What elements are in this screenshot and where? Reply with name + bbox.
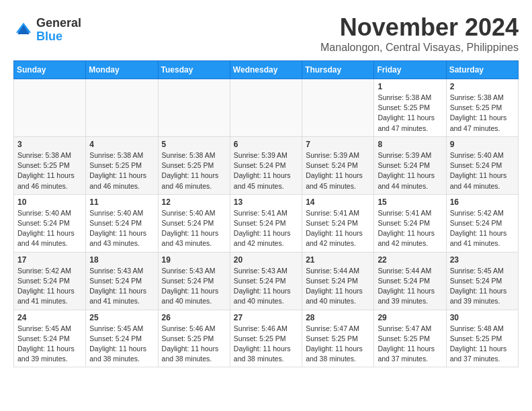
day-number: 14 (306, 197, 370, 207)
day-info: Sunrise: 5:38 AM Sunset: 5:25 PM Dayligh… (17, 150, 82, 191)
calendar-cell: 23Sunrise: 5:45 AM Sunset: 5:24 PM Dayli… (446, 252, 518, 310)
header: General Blue November 2024 Manalongon, C… (13, 13, 519, 54)
day-number: 15 (378, 197, 442, 207)
day-number: 9 (450, 140, 515, 149)
day-info: Sunrise: 5:42 AM Sunset: 5:24 PM Dayligh… (450, 208, 515, 249)
day-number: 22 (378, 255, 442, 265)
day-number: 17 (17, 255, 82, 265)
calendar-cell: 2Sunrise: 5:38 AM Sunset: 5:25 PM Daylig… (446, 79, 518, 137)
day-info: Sunrise: 5:39 AM Sunset: 5:24 PM Dayligh… (378, 150, 442, 191)
week-row-2: 3Sunrise: 5:38 AM Sunset: 5:25 PM Daylig… (14, 136, 519, 194)
calendar-cell: 18Sunrise: 5:43 AM Sunset: 5:24 PM Dayli… (86, 252, 158, 310)
day-info: Sunrise: 5:39 AM Sunset: 5:24 PM Dayligh… (234, 150, 298, 191)
calendar-cell (158, 79, 230, 137)
calendar-cell: 7Sunrise: 5:39 AM Sunset: 5:24 PM Daylig… (302, 136, 374, 194)
weekday-header-wednesday: Wednesday (230, 61, 302, 79)
calendar-cell (230, 79, 302, 137)
day-info: Sunrise: 5:43 AM Sunset: 5:24 PM Dayligh… (89, 266, 154, 307)
day-number: 6 (234, 140, 298, 149)
weekday-header-row: SundayMondayTuesdayWednesdayThursdayFrid… (14, 61, 519, 79)
day-number: 10 (17, 197, 82, 207)
day-number: 12 (162, 197, 226, 207)
calendar-cell: 11Sunrise: 5:40 AM Sunset: 5:24 PM Dayli… (86, 194, 158, 252)
day-number: 21 (306, 255, 370, 265)
day-info: Sunrise: 5:45 AM Sunset: 5:24 PM Dayligh… (17, 324, 82, 365)
week-row-5: 24Sunrise: 5:45 AM Sunset: 5:24 PM Dayli… (14, 310, 519, 367)
calendar-cell: 13Sunrise: 5:41 AM Sunset: 5:24 PM Dayli… (230, 194, 302, 252)
day-info: Sunrise: 5:48 AM Sunset: 5:25 PM Dayligh… (450, 324, 515, 365)
calendar-cell: 8Sunrise: 5:39 AM Sunset: 5:24 PM Daylig… (374, 136, 446, 194)
day-info: Sunrise: 5:38 AM Sunset: 5:25 PM Dayligh… (450, 93, 515, 134)
day-info: Sunrise: 5:40 AM Sunset: 5:24 PM Dayligh… (17, 208, 82, 249)
calendar-cell (302, 79, 374, 137)
calendar-cell: 17Sunrise: 5:42 AM Sunset: 5:24 PM Dayli… (14, 252, 86, 310)
weekday-header-thursday: Thursday (302, 61, 374, 79)
day-info: Sunrise: 5:38 AM Sunset: 5:25 PM Dayligh… (89, 150, 154, 191)
day-number: 3 (17, 140, 82, 149)
day-info: Sunrise: 5:42 AM Sunset: 5:24 PM Dayligh… (17, 266, 82, 307)
day-number: 1 (378, 82, 442, 91)
calendar-cell: 1Sunrise: 5:38 AM Sunset: 5:25 PM Daylig… (374, 79, 446, 137)
calendar-cell: 24Sunrise: 5:45 AM Sunset: 5:24 PM Dayli… (14, 310, 86, 367)
day-number: 26 (162, 313, 226, 322)
calendar-table: SundayMondayTuesdayWednesdayThursdayFrid… (13, 60, 519, 367)
calendar-cell: 10Sunrise: 5:40 AM Sunset: 5:24 PM Dayli… (14, 194, 86, 252)
day-info: Sunrise: 5:40 AM Sunset: 5:24 PM Dayligh… (450, 150, 515, 191)
day-info: Sunrise: 5:41 AM Sunset: 5:24 PM Dayligh… (378, 208, 442, 249)
logo-icon (13, 20, 34, 40)
logo-text: General Blue (36, 17, 81, 44)
day-info: Sunrise: 5:43 AM Sunset: 5:24 PM Dayligh… (234, 266, 298, 307)
day-info: Sunrise: 5:45 AM Sunset: 5:24 PM Dayligh… (450, 266, 515, 307)
day-info: Sunrise: 5:47 AM Sunset: 5:25 PM Dayligh… (306, 324, 370, 365)
day-number: 7 (306, 140, 370, 149)
day-info: Sunrise: 5:45 AM Sunset: 5:24 PM Dayligh… (89, 324, 154, 365)
calendar-cell: 15Sunrise: 5:41 AM Sunset: 5:24 PM Dayli… (374, 194, 446, 252)
month-title: November 2024 (320, 13, 519, 42)
day-info: Sunrise: 5:41 AM Sunset: 5:24 PM Dayligh… (306, 208, 370, 249)
logo-general-text: General (36, 17, 81, 30)
day-number: 29 (378, 313, 442, 322)
day-info: Sunrise: 5:38 AM Sunset: 5:25 PM Dayligh… (378, 93, 442, 134)
day-info: Sunrise: 5:41 AM Sunset: 5:24 PM Dayligh… (234, 208, 298, 249)
calendar-cell: 9Sunrise: 5:40 AM Sunset: 5:24 PM Daylig… (446, 136, 518, 194)
day-number: 28 (306, 313, 370, 322)
calendar-cell: 20Sunrise: 5:43 AM Sunset: 5:24 PM Dayli… (230, 252, 302, 310)
weekday-header-monday: Monday (86, 61, 158, 79)
day-info: Sunrise: 5:40 AM Sunset: 5:24 PM Dayligh… (162, 208, 226, 249)
calendar-cell: 27Sunrise: 5:46 AM Sunset: 5:25 PM Dayli… (230, 310, 302, 367)
calendar-cell (14, 79, 86, 137)
day-number: 8 (378, 140, 442, 149)
day-number: 13 (234, 197, 298, 207)
weekday-header-sunday: Sunday (14, 61, 86, 79)
day-number: 11 (89, 197, 154, 207)
calendar-cell: 29Sunrise: 5:47 AM Sunset: 5:25 PM Dayli… (374, 310, 446, 367)
calendar-cell (86, 79, 158, 137)
weekday-header-friday: Friday (374, 61, 446, 79)
calendar-cell: 12Sunrise: 5:40 AM Sunset: 5:24 PM Dayli… (158, 194, 230, 252)
day-number: 24 (17, 313, 82, 322)
day-number: 30 (450, 313, 515, 322)
day-info: Sunrise: 5:44 AM Sunset: 5:24 PM Dayligh… (378, 266, 442, 307)
day-number: 23 (450, 255, 515, 265)
calendar-cell: 25Sunrise: 5:45 AM Sunset: 5:24 PM Dayli… (86, 310, 158, 367)
title-area: November 2024 Manalongon, Central Visaya… (320, 13, 519, 54)
calendar-cell: 4Sunrise: 5:38 AM Sunset: 5:25 PM Daylig… (86, 136, 158, 194)
calendar-cell: 30Sunrise: 5:48 AM Sunset: 5:25 PM Dayli… (446, 310, 518, 367)
calendar-cell: 26Sunrise: 5:46 AM Sunset: 5:25 PM Dayli… (158, 310, 230, 367)
calendar-cell: 5Sunrise: 5:38 AM Sunset: 5:25 PM Daylig… (158, 136, 230, 194)
day-number: 16 (450, 197, 515, 207)
day-number: 20 (234, 255, 298, 265)
logo-blue-text: Blue (36, 30, 81, 44)
calendar-cell: 28Sunrise: 5:47 AM Sunset: 5:25 PM Dayli… (302, 310, 374, 367)
calendar-cell: 14Sunrise: 5:41 AM Sunset: 5:24 PM Dayli… (302, 194, 374, 252)
day-info: Sunrise: 5:40 AM Sunset: 5:24 PM Dayligh… (89, 208, 154, 249)
day-number: 5 (162, 140, 226, 149)
day-info: Sunrise: 5:47 AM Sunset: 5:25 PM Dayligh… (378, 324, 442, 365)
day-info: Sunrise: 5:39 AM Sunset: 5:24 PM Dayligh… (306, 150, 370, 191)
week-row-1: 1Sunrise: 5:38 AM Sunset: 5:25 PM Daylig… (14, 79, 519, 137)
day-info: Sunrise: 5:44 AM Sunset: 5:24 PM Dayligh… (306, 266, 370, 307)
location-subtitle: Manalongon, Central Visayas, Philippines (320, 42, 519, 54)
calendar-cell: 19Sunrise: 5:43 AM Sunset: 5:24 PM Dayli… (158, 252, 230, 310)
calendar-cell: 22Sunrise: 5:44 AM Sunset: 5:24 PM Dayli… (374, 252, 446, 310)
day-info: Sunrise: 5:46 AM Sunset: 5:25 PM Dayligh… (162, 324, 226, 365)
